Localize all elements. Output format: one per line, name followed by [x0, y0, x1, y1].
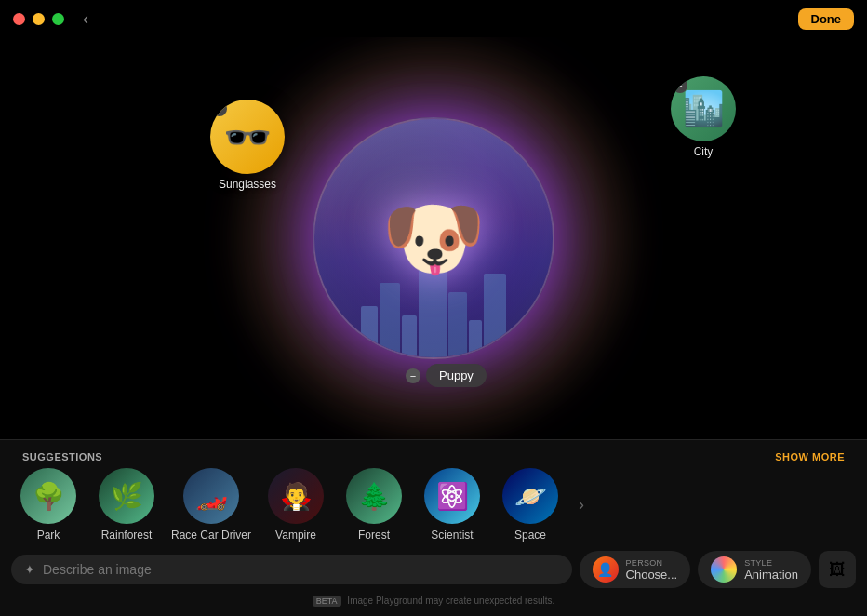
person-label-main: Choose...: [626, 568, 678, 582]
sunglasses-item[interactable]: − 🕶️ Sunglasses: [210, 100, 285, 191]
sunglasses-label: Sunglasses: [219, 178, 276, 191]
suggestion-rainforest-circle: 🌿: [99, 468, 154, 524]
city-item[interactable]: − 🏙️ City: [671, 76, 736, 158]
space-icon: 🪐: [514, 481, 547, 512]
back-button[interactable]: ‹: [83, 9, 88, 29]
suggestion-scientist-circle: ⚛️: [424, 468, 480, 524]
style-label-small: STYLE: [744, 558, 798, 568]
suggestions-title: SUGGESTIONS: [22, 451, 102, 462]
show-more-button[interactable]: SHOW MORE: [775, 451, 845, 462]
city-emoji: 🏙️: [683, 89, 725, 128]
style-icon: [711, 556, 737, 583]
puppy-tag: − Puppy: [406, 364, 487, 387]
beta-tag: BETA: [313, 596, 341, 607]
chevron-right-icon[interactable]: ›: [579, 495, 584, 515]
suggestion-forest[interactable]: 🌲 Forest: [340, 468, 407, 542]
suggestion-rainforest[interactable]: 🌿 Rainforest: [93, 468, 160, 542]
racecar-icon: 🏎️: [195, 481, 228, 512]
style-button[interactable]: STYLE Animation: [698, 551, 811, 588]
person-text-group: PERSON Choose...: [626, 558, 678, 582]
park-icon: 🌳: [33, 481, 65, 512]
suggestion-park-circle: 🌳: [20, 468, 76, 524]
search-icon: ✦: [24, 562, 35, 577]
beta-text: Image Playground may create unexpected r…: [347, 596, 554, 606]
suggestion-racecar[interactable]: 🏎️ Race Car Driver: [171, 468, 251, 542]
scientist-icon: ⚛️: [436, 481, 469, 512]
style-label-main: Animation: [744, 568, 798, 582]
search-area[interactable]: ✦: [11, 555, 572, 584]
style-text-group: STYLE Animation: [744, 558, 798, 582]
toolbar: ✦ 👤 PERSON Choose... STYLE Animation 🖼: [0, 543, 867, 596]
suggestion-space-circle: 🪐: [502, 468, 558, 524]
main-sphere: 🐶: [313, 117, 554, 359]
beta-bar: BETA Image Playground may create unexpec…: [0, 596, 867, 609]
traffic-lights: [13, 13, 64, 25]
suggestion-park-label: Park: [37, 529, 60, 542]
suggestion-forest-label: Forest: [358, 529, 390, 542]
suggestion-racecar-label: Race Car Driver: [171, 529, 251, 542]
search-input[interactable]: [43, 562, 559, 577]
rainforest-icon: 🌿: [111, 481, 143, 512]
scene-area: 🐶 − 🕶️ Sunglasses − 🏙️ City − Puppy: [0, 37, 867, 439]
sunglasses-circle: − 🕶️: [210, 100, 285, 174]
city-label: City: [694, 145, 714, 158]
bottom-panel: SUGGESTIONS SHOW MORE 🌳 Park 🌿 Rainfores…: [0, 439, 867, 616]
sunglasses-remove-button[interactable]: −: [212, 101, 227, 116]
city-circle: − 🏙️: [671, 76, 736, 141]
titlebar: ‹ Done: [0, 0, 867, 37]
image-picker-icon: 🖼: [829, 560, 846, 580]
person-label-small: PERSON: [626, 558, 678, 568]
person-button[interactable]: 👤 PERSON Choose...: [580, 551, 691, 588]
suggestions-row: 🌳 Park 🌿 Rainforest 🏎️ Race Car Driver 🧛…: [0, 468, 867, 542]
suggestion-vampire-label: Vampire: [275, 529, 316, 542]
puppy-pill: Puppy: [426, 364, 487, 387]
image-picker-button[interactable]: 🖼: [819, 551, 856, 588]
close-button[interactable]: [13, 13, 25, 25]
suggestion-scientist-label: Scientist: [431, 529, 473, 542]
suggestion-vampire-circle: 🧛: [268, 468, 324, 524]
done-button[interactable]: Done: [798, 8, 855, 30]
city-remove-button[interactable]: −: [673, 78, 687, 93]
suggestion-forest-circle: 🌲: [346, 468, 402, 524]
suggestion-vampire[interactable]: 🧛 Vampire: [262, 468, 329, 542]
suggestion-racecar-circle: 🏎️: [183, 468, 239, 524]
forest-icon: 🌲: [358, 481, 391, 512]
maximize-button[interactable]: [52, 13, 64, 25]
minimize-button[interactable]: [33, 13, 45, 25]
suggestion-rainforest-label: Rainforest: [101, 529, 153, 542]
vampire-icon: 🧛: [280, 481, 313, 512]
suggestion-space[interactable]: 🪐 Space: [497, 468, 564, 542]
puppy-remove-button[interactable]: −: [406, 368, 420, 383]
suggestion-park[interactable]: 🌳 Park: [15, 468, 82, 542]
sunglasses-emoji: 🕶️: [223, 114, 272, 160]
suggestions-header: SUGGESTIONS SHOW MORE: [0, 440, 867, 468]
suggestion-space-label: Space: [514, 529, 546, 542]
suggestion-scientist[interactable]: ⚛️ Scientist: [419, 468, 486, 542]
puppy-emoji: 🐶: [381, 190, 486, 288]
person-avatar: 👤: [593, 556, 619, 583]
